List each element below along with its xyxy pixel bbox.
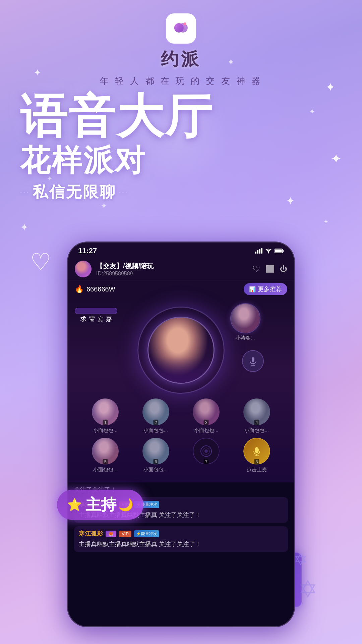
mic-num-8: 8 <box>254 459 259 465</box>
status-icons <box>255 248 284 254</box>
mic-name-2: 小面包包... <box>134 427 178 434</box>
mic-slot-1[interactable]: 1 小面包包... <box>83 398 127 434</box>
dots-left: ··· <box>20 189 30 196</box>
chat-message-2: 寒江孤影 🦊 VIP ⚡能量冲次 主播真幽默主播真幽默主播真 关注了关注了！ <box>74 526 288 552</box>
svg-rect-6 <box>261 248 262 254</box>
host-photo <box>148 318 214 383</box>
mic-slot-4[interactable]: 4 小面包包... <box>235 398 279 434</box>
mic-slot-2[interactable]: 2 小面包包... <box>134 398 178 434</box>
logo-svg <box>171 18 191 39</box>
svg-rect-4 <box>257 250 258 254</box>
svg-point-2 <box>184 22 186 25</box>
app-logo-icon <box>166 13 196 44</box>
host-title: 【交友】/视频/陪玩 <box>96 262 252 271</box>
mic-avatar-6: 6 <box>142 438 169 465</box>
mic-num-1: 1 <box>103 420 108 425</box>
empty-slot-icon <box>199 444 213 458</box>
stats-bar: 🔥 666666W 📊 更多推荐 <box>68 280 294 298</box>
host-badge-overlay: ⭐ 主持 🌙 <box>57 490 143 520</box>
mic-num-3: 3 <box>204 420 209 425</box>
host-info: 【交友】/视频/陪玩 ID:2589589589 <box>96 262 252 277</box>
host-badge-text: 主持 <box>85 494 116 515</box>
chat-username-2: 寒江孤影 <box>79 530 103 538</box>
hero-private-text: 私信无限聊 <box>33 182 116 203</box>
svg-rect-3 <box>255 252 256 254</box>
mic-name-8: 点击上麦 <box>235 467 279 473</box>
mic-avatar-8: 8 <box>243 438 270 465</box>
side-user-avatar <box>230 303 260 333</box>
power-button[interactable]: ⏻ <box>280 265 287 273</box>
mic-slot-3[interactable]: 3 小面包包... <box>184 398 228 434</box>
host-id: ID:2589589589 <box>96 271 252 277</box>
mic-num-5: 5 <box>103 459 108 465</box>
sparkle-3: ✦ <box>34 67 41 78</box>
fire-count-value: 666666W <box>86 285 115 293</box>
recommend-label: 更多推荐 <box>258 285 282 293</box>
mic-slot-8[interactable]: 8 点击上麦 <box>235 438 279 473</box>
svg-rect-11 <box>252 357 254 362</box>
side-user-name: 小涛客... <box>230 335 260 341</box>
chat-text-2: 主播真幽默主播真幽默主播真 关注了关注了！ <box>79 540 283 549</box>
mic-name-1: 小面包包... <box>83 427 127 434</box>
wifi-icon <box>265 248 272 254</box>
speaker-icon-container <box>242 350 264 372</box>
hero-title-line2: 花样派对 <box>20 142 342 178</box>
app-name: 约派 <box>161 48 201 71</box>
svg-point-16 <box>204 449 208 453</box>
hero-title-line1: 语音大厅 <box>20 91 342 142</box>
speaker-slot <box>242 350 264 372</box>
mic-avatar-3: 3 <box>193 398 220 425</box>
mic-avatar-7: 7 <box>193 438 220 465</box>
mic-num-6: 6 <box>153 459 158 465</box>
stage-center: 小涛客... <box>75 307 287 394</box>
mic-avatar-4: 4 <box>243 398 270 425</box>
app-slogan: 年 轻 人 都 在 玩 的 交 友 神 器 <box>100 75 262 87</box>
star-deco-badge: ✡ <box>294 550 308 569</box>
svg-rect-5 <box>259 249 260 254</box>
svg-rect-9 <box>283 250 284 252</box>
mic-num-2: 2 <box>153 420 158 425</box>
mic-row-1: 1 小面包包... 2 小面包包... <box>75 394 287 436</box>
chart-icon: 📊 <box>249 286 256 292</box>
heart-button[interactable]: ♡ <box>252 264 260 274</box>
phone-inner: 11:27 <box>68 243 294 626</box>
mic-num-4: 4 <box>254 420 259 425</box>
stage-main-row: 小涛客... <box>75 303 287 394</box>
vinyl-disc <box>137 307 225 394</box>
mic-slot-5[interactable]: 5 小面包包... <box>83 438 127 473</box>
dots-right: ··· <box>119 189 129 196</box>
app-header: 【交友】/视频/陪玩 ID:2589589589 ♡ ⬜ ⏻ <box>68 258 294 280</box>
mic-name-3: 小面包包... <box>184 427 228 434</box>
phone-frame: 11:27 <box>67 241 295 627</box>
recommend-button[interactable]: 📊 更多推荐 <box>244 283 287 295</box>
status-time: 11:27 <box>78 247 97 255</box>
heart-decoration: ♡ <box>30 248 51 276</box>
mic-slot-7[interactable]: 7 <box>184 438 228 473</box>
mic-name-6: 小面包包... <box>134 467 178 473</box>
gold-mic-icon <box>250 445 263 458</box>
mic-slot-6[interactable]: 6 小面包包... <box>134 438 178 473</box>
header-actions: ♡ ⬜ ⏻ <box>252 264 287 274</box>
stage-area: 嘉宾需求 <box>68 298 294 482</box>
chat-badge-vip-2: VIP <box>119 531 131 537</box>
fire-icon: 🔥 <box>75 285 84 293</box>
sparkle-7: ✦ <box>20 221 28 233</box>
mic-num-7: 7 <box>204 459 209 465</box>
chat-badge-fox-2: 🦊 <box>106 531 116 537</box>
sparkle-8: ✦ <box>323 218 328 225</box>
share-button[interactable]: ⬜ <box>265 265 275 273</box>
mic-name-4: 小面包包... <box>235 427 279 434</box>
star-deco-large: ✡ <box>298 576 318 603</box>
chat-user-row-2: 寒江孤影 🦊 VIP ⚡能量冲次 <box>79 530 283 538</box>
host-avatar <box>75 261 92 277</box>
mic-avatar-5: 5 <box>92 438 119 465</box>
mic-avatar-2: 2 <box>142 398 169 425</box>
battery-icon <box>275 249 284 253</box>
fire-count-display: 🔥 666666W <box>75 285 115 293</box>
svg-rect-10 <box>275 250 282 253</box>
svg-point-7 <box>268 253 269 254</box>
mic-svg-icon <box>248 356 258 366</box>
host-badge: ⭐ 主持 🌙 <box>57 490 143 520</box>
hero-private-label: ··· 私信无限聊 ··· <box>20 182 342 203</box>
mic-row-2: 5 小面包包... 6 小面包包... <box>75 436 287 477</box>
